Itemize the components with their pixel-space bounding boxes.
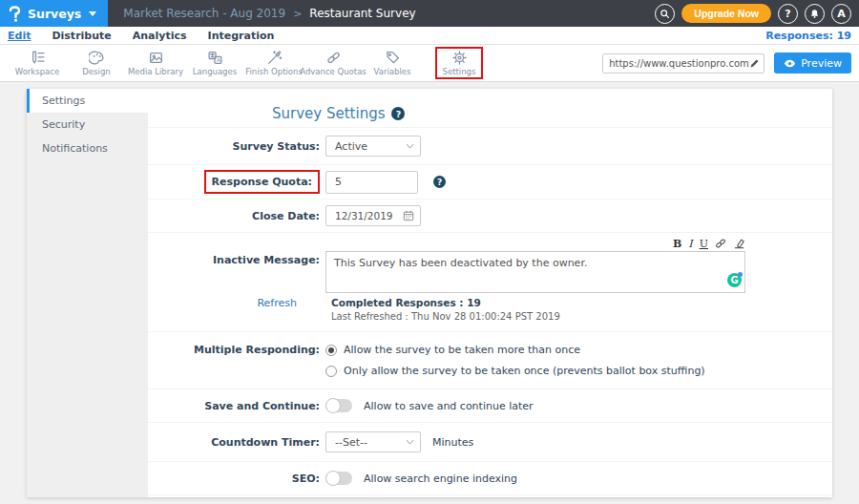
calendar-icon — [403, 210, 414, 221]
tab-edit[interactable]: Edit — [8, 30, 31, 42]
close-date-row: Close Date: — [148, 199, 832, 232]
save-continue-row: Save and Continue: Allow to save and con… — [148, 388, 832, 422]
toolbar-item-variables[interactable]: Variables — [363, 50, 422, 76]
survey-nav: Edit Distribute Analytics Integration Re… — [0, 27, 859, 45]
radio-once-only-label[interactable]: Only allow the survey to be taken once (… — [344, 365, 705, 377]
save-continue-text: Allow to save and continue later — [364, 400, 534, 412]
response-quota-label: Response Quota: — [204, 170, 320, 194]
chevron-down-icon — [89, 11, 96, 16]
languages-icon: A — [207, 50, 223, 66]
search-button[interactable] — [655, 4, 675, 24]
upgrade-now-button[interactable]: Upgrade Now — [681, 4, 771, 23]
save-continue-toggle[interactable] — [325, 399, 352, 412]
link-icon[interactable] — [715, 238, 726, 249]
media-library-icon — [148, 50, 164, 66]
preview-button[interactable]: Preview — [774, 52, 851, 74]
brand-label: Surveys — [28, 7, 81, 21]
sidebar-item-notifications[interactable]: Notifications — [27, 136, 148, 160]
close-date-input[interactable] — [335, 210, 396, 221]
chevron-down-icon — [406, 143, 414, 149]
page-title: Survey Settings — [272, 105, 385, 122]
italic-button[interactable]: I — [688, 239, 692, 249]
toolbar-item-label: Finish Options — [245, 67, 303, 76]
radio-multiple-allowed[interactable] — [325, 345, 337, 356]
bold-button[interactable]: B — [673, 239, 681, 249]
chevron-down-icon — [406, 439, 414, 445]
notifications-button[interactable] — [805, 4, 825, 24]
multiple-responding-label: Multiple Responding: — [148, 344, 325, 356]
topbar-actions: Upgrade Now ? A — [655, 4, 851, 24]
save-row: Save Changes — [148, 494, 832, 497]
save-continue-label: Save and Continue: — [148, 400, 325, 412]
toolbar-item-finish-options[interactable]: Finish Options — [244, 50, 304, 76]
settings-main: Survey Settings ? Survey Status: Active … — [148, 89, 832, 497]
seo-row: SEO: Allow search engine indexing — [148, 461, 832, 494]
toolbar-item-label: Media Library — [128, 67, 183, 76]
tab-analytics[interactable]: Analytics — [133, 30, 187, 42]
underline-button[interactable]: U — [700, 239, 708, 249]
sidebar-item-security[interactable]: Security — [27, 113, 148, 136]
radio-multiple-allowed-label[interactable]: Allow the survey to be taken more than o… — [344, 344, 580, 356]
survey-nav-tabs: Edit Distribute Analytics Integration — [8, 30, 274, 42]
sidebar-item-settings[interactable]: Settings — [27, 89, 148, 113]
workspace-icon — [30, 50, 46, 66]
settings-sidebar: Settings Security Notifications — [27, 89, 148, 497]
variables-icon — [385, 50, 401, 66]
top-bar: Surveys Market Research - Aug 2019 > Res… — [0, 0, 859, 27]
seo-label: SEO: — [148, 472, 325, 485]
response-quota-input[interactable] — [325, 171, 418, 194]
breadcrumb-parent[interactable]: Market Research - Aug 2019 — [123, 7, 285, 20]
advance-quotas-icon — [325, 50, 342, 66]
close-date-label: Close Date: — [148, 210, 325, 222]
toolbar-item-media-library[interactable]: Media Library — [126, 50, 185, 76]
response-quota-help-icon[interactable]: ? — [433, 176, 446, 188]
survey-status-label: Survey Status: — [148, 140, 325, 153]
toolbar-item-label: Workspace — [15, 67, 59, 76]
toolbar-item-design[interactable]: Design — [67, 50, 126, 76]
responses-count[interactable]: Responses: 19 — [765, 30, 851, 42]
title-help-icon[interactable]: ? — [391, 107, 405, 120]
edit-url-icon[interactable] — [749, 58, 760, 69]
search-icon — [660, 9, 670, 19]
survey-url-box — [602, 53, 765, 74]
toolbar-item-label: Variables — [374, 67, 411, 76]
toolbar-item-settings[interactable]: Settings — [435, 47, 483, 79]
toolbar-item-label: Languages — [193, 67, 237, 76]
toolbar-item-label: Design — [82, 67, 110, 76]
breadcrumb-current: Restaurant Survey — [309, 7, 415, 20]
avatar[interactable]: A — [831, 4, 851, 24]
toolbar-item-languages[interactable]: A Languages — [185, 50, 244, 76]
design-icon — [89, 50, 105, 66]
tab-integration[interactable]: Integration — [208, 30, 275, 42]
settings-icon — [451, 50, 468, 66]
breadcrumb-separator: > — [293, 8, 302, 20]
toolbar-right: Preview — [602, 52, 851, 74]
help-button[interactable]: ? — [778, 4, 798, 24]
tab-distribute[interactable]: Distribute — [52, 30, 111, 42]
inactive-message-textarea[interactable]: This Survey has been deactivated by the … — [325, 251, 745, 293]
countdown-timer-label: Countdown Timer: — [148, 436, 325, 449]
toolbar-item-label: Advance Quotas — [300, 67, 367, 76]
response-quota-row: Response Quota: ? — [148, 164, 832, 199]
countdown-suffix: Minutes — [432, 436, 473, 449]
countdown-timer-select[interactable]: --Set-- — [325, 431, 421, 452]
seo-text: Allow search engine indexing — [364, 472, 517, 485]
svg-text:A: A — [216, 57, 220, 63]
toggle-knob — [325, 398, 341, 413]
remove-format-icon[interactable] — [733, 238, 745, 249]
refresh-link[interactable]: Refresh — [148, 297, 325, 322]
close-date-picker[interactable] — [325, 205, 421, 226]
seo-toggle[interactable] — [325, 472, 352, 485]
multiple-responding-row: Multiple Responding: Allow the survey to… — [148, 331, 832, 388]
title-row: Survey Settings ? — [272, 100, 832, 127]
survey-status-select[interactable]: Active — [325, 136, 421, 157]
completed-responses: Completed Responses : 19 — [331, 297, 560, 308]
edit-toolbar: Workspace Design Media Library A Languag… — [0, 45, 859, 82]
bell-icon — [809, 9, 820, 19]
surveys-menu[interactable]: Surveys — [0, 0, 108, 27]
survey-status-value: Active — [335, 140, 406, 153]
toolbar-item-workspace[interactable]: Workspace — [8, 50, 67, 76]
toolbar-item-advance-quotas[interactable]: Advance Quotas — [304, 50, 363, 76]
survey-url-input[interactable] — [609, 58, 749, 69]
radio-once-only[interactable] — [325, 366, 337, 377]
